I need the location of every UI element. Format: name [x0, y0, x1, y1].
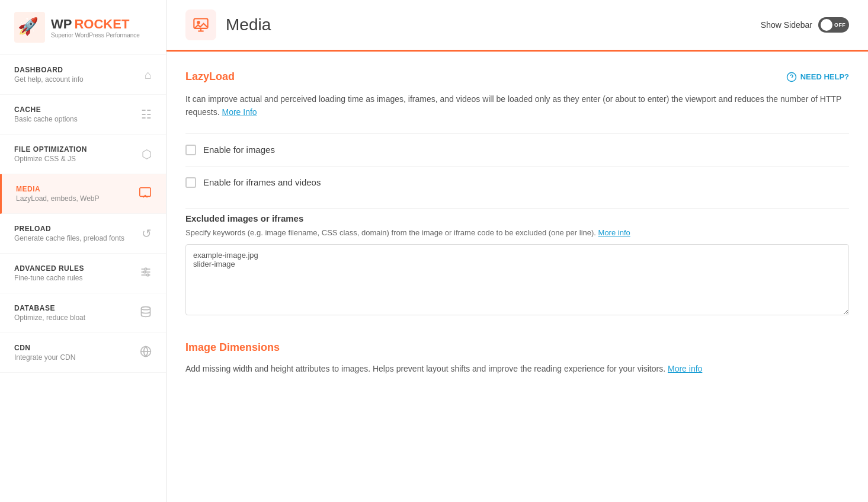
- svg-text:🚀: 🚀: [18, 17, 39, 36]
- preload-icon: ↺: [142, 226, 152, 241]
- sidebar-item-adv-subtitle: Fine-tune cache rules: [14, 274, 84, 282]
- main-content: Media Show Sidebar OFF LazyLoad NEED HEL…: [166, 0, 868, 502]
- sidebar-item-cache-title: CACHE: [14, 105, 78, 114]
- sidebar-item-cdn[interactable]: CDN Integrate your CDN: [0, 333, 166, 373]
- excluded-more-info-link[interactable]: More info: [598, 228, 630, 237]
- image-dimensions-more-info-link[interactable]: More info: [668, 364, 702, 373]
- sidebar-item-dashboard-title: DASHBOARD: [14, 66, 84, 74]
- media-icon: [139, 186, 152, 202]
- svg-point-17: [197, 21, 200, 24]
- excluded-title: Excluded images or iframes: [185, 208, 849, 223]
- sidebar-item-db-title: DATABASE: [14, 304, 85, 312]
- lazyload-more-info-link[interactable]: More Info: [222, 107, 257, 117]
- need-help-label: NEED HELP?: [800, 72, 849, 81]
- page-icon-box: [185, 9, 216, 40]
- lazyload-title: LazyLoad: [185, 71, 235, 83]
- enable-iframes-checkbox[interactable]: [185, 177, 196, 188]
- database-icon: [140, 306, 152, 321]
- page-title-area: Media: [185, 9, 271, 40]
- svg-rect-5: [145, 268, 146, 270]
- sidebar-item-cdn-subtitle: Integrate your CDN: [14, 353, 75, 362]
- lazyload-section-header: LazyLoad NEED HELP?: [185, 71, 849, 83]
- toggle-off-label: OFF: [834, 22, 845, 28]
- excluded-description: Specify keywords (e.g. image filename, C…: [185, 227, 849, 239]
- page-header: Media Show Sidebar OFF: [166, 0, 868, 52]
- sidebar-item-preload-title: PRELOAD: [14, 225, 124, 233]
- image-dimensions-description: Add missing width and height attributes …: [185, 362, 849, 375]
- need-help-link[interactable]: NEED HELP?: [786, 72, 849, 82]
- sidebar-item-dashboard[interactable]: DASHBOARD Get help, account info ⌂: [0, 55, 166, 95]
- enable-iframes-label: Enable for iframes and videos: [203, 177, 321, 187]
- sidebar-item-db-subtitle: Optimize, reduce bloat: [14, 314, 85, 322]
- excluded-section: Excluded images or iframes Specify keywo…: [185, 208, 849, 318]
- advanced-rules-icon: [140, 266, 152, 281]
- sidebar-item-adv-title: ADVANCED RULES: [14, 264, 84, 273]
- sidebar-item-media-title: MEDIA: [16, 185, 100, 193]
- enable-images-checkbox[interactable]: [185, 145, 196, 155]
- wp-rocket-logo-icon: 🚀: [14, 12, 45, 43]
- svg-rect-11: [147, 274, 149, 276]
- logo-wp: WP: [51, 17, 72, 32]
- sidebar-item-media-subtitle: LazyLoad, embeds, WebP: [16, 194, 100, 203]
- cache-icon: ☷: [141, 107, 152, 121]
- sidebar-toggle-label: Show Sidebar: [761, 20, 812, 30]
- enable-images-row: Enable for images: [185, 133, 849, 166]
- logo-subtitle: Superior WordPress Performance: [51, 32, 140, 39]
- sidebar-item-preload[interactable]: PRELOAD Generate cache files, preload fo…: [0, 214, 166, 254]
- sidebar: 🚀 WP ROCKET Superior WordPress Performan…: [0, 0, 166, 502]
- image-dimensions-title: Image Dimensions: [185, 341, 280, 353]
- sidebar-nav: DASHBOARD Get help, account info ⌂ CACHE…: [0, 55, 166, 502]
- content-area: LazyLoad NEED HELP? It can improve actua…: [166, 52, 868, 502]
- sidebar-item-file-opt-subtitle: Optimize CSS & JS: [14, 155, 87, 163]
- svg-point-13: [142, 306, 150, 309]
- sidebar-item-dashboard-subtitle: Get help, account info: [14, 75, 84, 84]
- sidebar-item-cache[interactable]: CACHE Basic cache options ☷: [0, 95, 166, 135]
- logo-text: WP ROCKET Superior WordPress Performance: [51, 17, 140, 39]
- enable-images-label: Enable for images: [203, 145, 275, 155]
- help-icon: [786, 72, 797, 82]
- sidebar-item-cdn-title: CDN: [14, 344, 75, 352]
- lazyload-description: It can improve actual and perceived load…: [185, 92, 849, 119]
- sidebar-item-cache-subtitle: Basic cache options: [14, 115, 78, 123]
- sidebar-item-advanced-rules[interactable]: ADVANCED RULES Fine-tune cache rules: [0, 254, 166, 293]
- sidebar-item-preload-subtitle: Generate cache files, preload fonts: [14, 234, 124, 242]
- file-opt-icon: ⬡: [142, 147, 152, 161]
- sidebar-item-file-optimization[interactable]: FILE OPTIMIZATION Optimize CSS & JS ⬡: [0, 135, 166, 174]
- home-icon: ⌂: [145, 68, 152, 82]
- cdn-icon: [140, 346, 152, 360]
- svg-rect-8: [144, 271, 146, 273]
- page-title: Media: [226, 15, 271, 34]
- enable-iframes-row: Enable for iframes and videos: [185, 166, 849, 199]
- toggle-knob: [821, 19, 832, 31]
- sidebar-toggle-area: Show Sidebar OFF: [761, 17, 849, 33]
- sidebar-toggle-switch[interactable]: OFF: [818, 17, 849, 33]
- logo-area: 🚀 WP ROCKET Superior WordPress Performan…: [0, 0, 166, 55]
- image-dimensions-section: Image Dimensions Add missing width and h…: [185, 341, 849, 375]
- sidebar-item-database[interactable]: DATABASE Optimize, reduce bloat: [0, 293, 166, 333]
- excluded-textarea[interactable]: [185, 244, 849, 315]
- sidebar-item-media[interactable]: MEDIA LazyLoad, embeds, WebP: [0, 174, 166, 214]
- logo-rocket: ROCKET: [74, 17, 129, 32]
- sidebar-item-file-opt-title: FILE OPTIMIZATION: [14, 145, 87, 154]
